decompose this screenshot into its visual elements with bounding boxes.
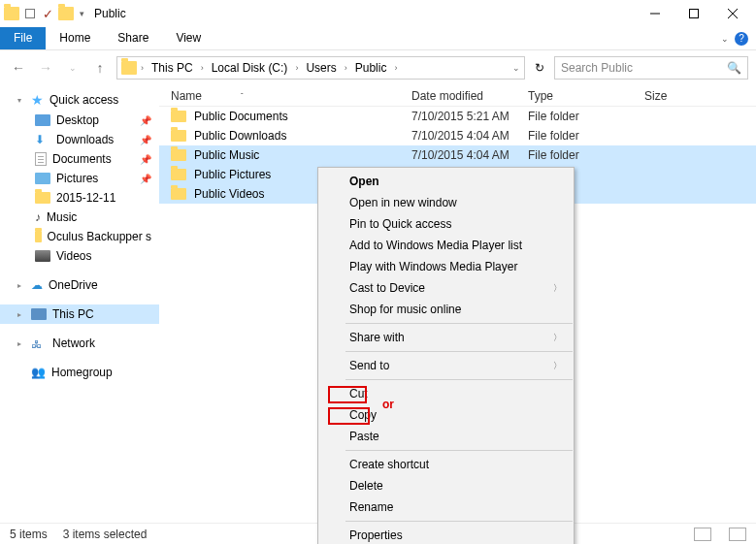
- cloud-icon: ☁: [31, 278, 43, 292]
- tab-view[interactable]: View: [162, 27, 214, 49]
- submenu-arrow-icon: 〉: [553, 360, 562, 372]
- pictures-icon: [35, 173, 50, 184]
- column-headers: Nameˆ Date modified Type Size: [159, 85, 756, 107]
- tab-share[interactable]: Share: [104, 27, 162, 49]
- crumb-1[interactable]: Local Disk (C:): [208, 59, 292, 77]
- view-large-button[interactable]: [729, 528, 746, 541]
- cm-delete[interactable]: Delete: [318, 475, 574, 496]
- file-type: File folder: [528, 110, 644, 123]
- music-icon: ♪: [35, 210, 41, 224]
- qat-check-icon[interactable]: ✓: [41, 7, 54, 20]
- sidebar-music[interactable]: ♪Music: [0, 208, 159, 227]
- file-type: File folder: [528, 129, 644, 143]
- file-name: Public Music: [194, 148, 259, 162]
- cm-open-new-window[interactable]: Open in new window: [318, 192, 574, 213]
- chevron-right-icon[interactable]: ›: [293, 63, 300, 73]
- cm-play-wmp[interactable]: Play with Windows Media Player: [318, 256, 574, 277]
- cm-properties[interactable]: Properties: [318, 525, 574, 544]
- cm-cast-to-device[interactable]: Cast to Device〉: [318, 277, 574, 299]
- sidebar-downloads[interactable]: Downloads📌: [0, 130, 159, 149]
- menu-separator: [345, 450, 573, 451]
- context-menu: Open Open in new window Pin to Quick acc…: [317, 167, 575, 544]
- cm-share-with[interactable]: Share with〉: [318, 327, 574, 348]
- file-row[interactable]: Public Documents7/10/2015 5:21 AMFile fo…: [159, 107, 756, 126]
- file-row[interactable]: Public Music7/10/2015 4:04 AMFile folder: [159, 145, 756, 165]
- qat-properties-icon[interactable]: [23, 7, 37, 20]
- cm-shop-music[interactable]: Shop for music online: [318, 299, 574, 320]
- status-item-count: 5 items: [10, 528, 48, 541]
- menu-separator: [345, 379, 573, 380]
- homegroup-icon: 👥: [31, 366, 46, 379]
- submenu-arrow-icon: 〉: [553, 282, 562, 295]
- svg-rect-1: [690, 10, 699, 18]
- cm-copy[interactable]: Copy: [318, 404, 574, 426]
- folder-icon: [171, 130, 186, 142]
- sidebar-quick-access[interactable]: ▾★Quick access: [0, 89, 159, 111]
- cm-send-to[interactable]: Send to〉: [318, 355, 574, 376]
- ribbon-expand-icon[interactable]: ⌄: [721, 34, 729, 44]
- file-type: File folder: [528, 148, 644, 162]
- minimize-button[interactable]: [636, 1, 674, 26]
- sidebar-pictures[interactable]: Pictures📌: [0, 169, 159, 188]
- crumb-3[interactable]: Public: [351, 59, 391, 77]
- sidebar-homegroup[interactable]: ▸👥Homegroup: [0, 363, 159, 382]
- file-name: Public Downloads: [194, 129, 286, 143]
- recent-dropdown[interactable]: ⌄: [62, 63, 83, 73]
- forward-button[interactable]: →: [35, 60, 56, 76]
- cm-cut[interactable]: Cut: [318, 383, 574, 404]
- file-name: Public Documents: [194, 110, 288, 123]
- file-name: Public Videos: [194, 187, 265, 201]
- sidebar-oculus[interactable]: Oculus Backupper s: [0, 227, 159, 246]
- chevron-right-icon[interactable]: ›: [392, 63, 399, 73]
- column-type[interactable]: Type: [528, 89, 644, 103]
- refresh-button[interactable]: ↻: [531, 59, 548, 77]
- chevron-right-icon[interactable]: ›: [139, 63, 146, 73]
- up-button[interactable]: ↑: [89, 60, 111, 76]
- column-name[interactable]: Nameˆ: [159, 89, 411, 103]
- sidebar-onedrive[interactable]: ▸☁OneDrive: [0, 275, 159, 295]
- address-dropdown[interactable]: ⌄: [512, 63, 520, 73]
- view-details-button[interactable]: [694, 528, 711, 541]
- status-selected-count: 3 items selected: [63, 528, 148, 541]
- address-bar[interactable]: › This PC › Local Disk (C:) › Users › Pu…: [116, 56, 525, 80]
- cm-open[interactable]: Open: [318, 171, 574, 192]
- close-button[interactable]: [713, 1, 752, 26]
- back-button[interactable]: ←: [8, 60, 29, 76]
- help-icon[interactable]: ?: [735, 32, 748, 46]
- nav-bar: ← → ⌄ ↑ › This PC › Local Disk (C:) › Us…: [0, 50, 756, 85]
- cm-add-wmp-list[interactable]: Add to Windows Media Player list: [318, 235, 574, 256]
- folder-icon: [35, 231, 42, 242]
- documents-icon: [35, 152, 47, 166]
- folder-icon: [171, 169, 186, 180]
- menu-separator: [345, 521, 573, 522]
- ribbon-tabs: File Home Share View ⌄ ?: [0, 27, 756, 50]
- file-date: 7/10/2015 4:04 AM: [411, 148, 528, 162]
- crumb-2[interactable]: Users: [302, 59, 340, 77]
- tab-home[interactable]: Home: [46, 27, 104, 49]
- folder-icon: [35, 192, 50, 204]
- qat-folder-icon[interactable]: [58, 7, 74, 20]
- qat-dropdown[interactable]: ▾: [78, 9, 84, 18]
- column-size[interactable]: Size: [644, 89, 722, 103]
- cm-rename[interactable]: Rename: [318, 496, 574, 518]
- sidebar-documents[interactable]: Documents📌: [0, 149, 159, 169]
- crumb-0[interactable]: This PC: [148, 59, 197, 77]
- chevron-right-icon[interactable]: ›: [343, 63, 349, 73]
- column-date[interactable]: Date modified: [411, 89, 528, 103]
- cm-pin-quick-access[interactable]: Pin to Quick access: [318, 213, 574, 235]
- sidebar-network[interactable]: ▸Network: [0, 334, 159, 353]
- file-row[interactable]: Public Downloads7/10/2015 4:04 AMFile fo…: [159, 126, 756, 145]
- sidebar-this-pc[interactable]: ▸This PC: [0, 304, 159, 324]
- file-date: 7/10/2015 4:04 AM: [411, 129, 528, 143]
- sidebar-date-folder[interactable]: 2015-12-11: [0, 188, 159, 208]
- search-icon[interactable]: 🔍: [727, 61, 741, 75]
- search-input[interactable]: Search Public 🔍: [554, 56, 748, 80]
- annotation-or-label: or: [382, 398, 394, 411]
- sidebar-desktop[interactable]: Desktop📌: [0, 111, 159, 130]
- cm-create-shortcut[interactable]: Create shortcut: [318, 454, 574, 475]
- cm-paste[interactable]: Paste: [318, 426, 574, 447]
- maximize-button[interactable]: [674, 1, 713, 26]
- sidebar-videos[interactable]: Videos: [0, 246, 159, 266]
- chevron-right-icon[interactable]: ›: [199, 63, 206, 73]
- tab-file[interactable]: File: [0, 27, 46, 49]
